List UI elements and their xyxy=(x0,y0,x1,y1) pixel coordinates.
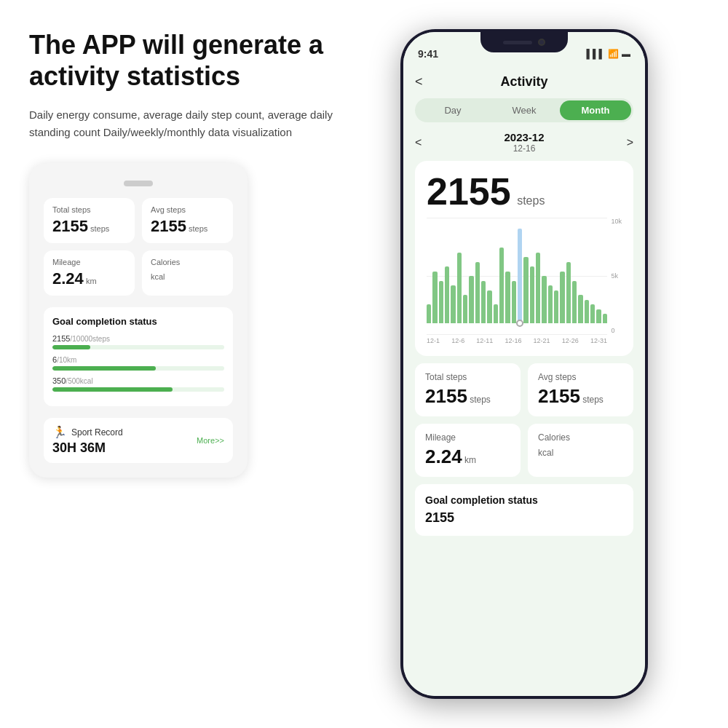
app-title: Activity xyxy=(500,74,547,90)
chart-bar-5 xyxy=(457,253,462,324)
chart-bar-0 xyxy=(427,304,431,323)
chart-bar-12 xyxy=(499,248,504,323)
chart-bar-3 xyxy=(445,266,449,323)
chart-area: 10k 5k 0 xyxy=(427,218,622,334)
chart-bar-22 xyxy=(560,272,564,324)
chart-big-unit: steps xyxy=(517,194,545,207)
tab-month[interactable]: Month xyxy=(560,100,631,120)
sport-icon-small: 🏃 xyxy=(52,425,67,439)
chart-bar-26 xyxy=(585,300,589,324)
status-bar: 9:41 ▌▌▌ 📶 ▬ xyxy=(403,32,645,68)
date-main: 2023-12 xyxy=(504,131,544,143)
stat-card-avg-steps: Avg steps 2155 steps xyxy=(528,363,633,416)
chart-bar-17 xyxy=(530,266,534,323)
total-steps-label-small: Total steps xyxy=(52,205,126,214)
notch xyxy=(480,32,568,52)
stat-card-total-steps-small: Total steps 2155 steps xyxy=(44,198,135,243)
battery-icon: ▬ xyxy=(622,49,630,59)
date-prev-button[interactable]: < xyxy=(415,136,422,149)
sport-record-small: 🏃 Sport Record 30H 36M More>> xyxy=(44,418,233,463)
chart-bar-4 xyxy=(451,285,455,323)
stats-grid-small: Total steps 2155 steps Avg steps 2155 st… xyxy=(44,198,233,296)
status-time: 9:41 xyxy=(418,48,438,60)
avg-steps-label-small: Avg steps xyxy=(151,205,224,214)
chart-grid-bottom xyxy=(427,334,607,335)
mileage-value: 2.24 xyxy=(425,446,462,467)
chart-bar-25 xyxy=(578,295,582,323)
chart-bar-1 xyxy=(432,272,437,324)
mileage-value-small: 2.24 xyxy=(52,269,84,288)
total-steps-label: Total steps xyxy=(425,372,510,382)
wifi-icon: 📶 xyxy=(608,49,619,59)
chart-bar-7 xyxy=(469,276,473,323)
chart-bar-29 xyxy=(603,314,607,323)
avg-steps-label: Avg steps xyxy=(538,372,623,382)
tab-day[interactable]: Day xyxy=(417,100,488,120)
total-steps-value-small: 2155 xyxy=(52,217,88,235)
headline: The APP will generate a activity statist… xyxy=(29,29,335,92)
stat-card-avg-steps-small: Avg steps 2155 steps xyxy=(142,198,233,243)
chart-bar-15 xyxy=(518,229,522,323)
chart-bar-24 xyxy=(572,281,577,324)
chart-x-labels: 12-1 12-6 12-11 12-16 12-21 12-26 12-31 xyxy=(427,337,622,344)
chart-bar-13 xyxy=(505,272,510,324)
stat-card-mileage-small: Mileage 2.24 km xyxy=(44,250,135,296)
mileage-label-small: Mileage xyxy=(52,258,126,266)
chart-bar-6 xyxy=(463,295,467,323)
chart-bar-20 xyxy=(548,285,553,323)
right-panel: 9:41 ▌▌▌ 📶 ▬ < Act xyxy=(349,29,699,699)
goal-section: Goal completion status 2155 xyxy=(415,484,633,536)
chart-card: 2155 steps 10k 5k 0 xyxy=(415,161,633,356)
chart-bar-11 xyxy=(494,304,498,323)
chart-bar-23 xyxy=(566,262,571,324)
period-tabs: Day Week Month xyxy=(415,98,633,122)
avg-steps-value: 2155 xyxy=(538,385,580,407)
sport-label-small: Sport Record xyxy=(71,427,123,438)
avg-steps-value-small: 2155 xyxy=(151,217,186,235)
stat-card-total-steps: Total steps 2155 steps xyxy=(415,363,521,416)
big-phone-inner: 9:41 ▌▌▌ 📶 ▬ < Act xyxy=(403,32,645,696)
chart-grid-top xyxy=(427,218,607,218)
big-phone-mockup: 9:41 ▌▌▌ 📶 ▬ < Act xyxy=(400,29,648,699)
goal-km-small: 6/10km xyxy=(52,355,224,371)
mileage-label: Mileage xyxy=(425,432,510,443)
chart-big-number-area: 2155 steps xyxy=(427,173,622,210)
notch-camera xyxy=(538,39,545,46)
total-steps-value: 2155 xyxy=(425,385,467,407)
date-nav: < 2023-12 12-16 > xyxy=(415,131,633,154)
date-next-button[interactable]: > xyxy=(627,136,633,149)
chart-big-number: 2155 xyxy=(427,170,511,213)
small-phone-notch xyxy=(124,181,153,186)
goal-steps-small: 2155/10000steps xyxy=(52,334,224,349)
chart-bar-8 xyxy=(475,262,480,324)
chart-bar-16 xyxy=(523,257,528,323)
chart-bar-28 xyxy=(596,309,601,324)
chart-bar-14 xyxy=(512,281,516,324)
goal-kcal-small: 350/500kcal xyxy=(52,376,224,392)
stat-card-calories-small: Calories kcal xyxy=(142,250,233,296)
chart-bar-19 xyxy=(542,276,546,323)
status-icons: ▌▌▌ 📶 ▬ xyxy=(586,49,630,59)
date-center: 2023-12 12-16 xyxy=(504,131,544,154)
back-button[interactable]: < xyxy=(415,74,423,90)
chart-y-labels: 10k 5k 0 xyxy=(611,218,622,334)
app-header: < Activity xyxy=(415,68,633,98)
left-panel: The APP will generate a activity statist… xyxy=(29,29,335,699)
calories-label: Calories xyxy=(538,432,623,443)
subtitle: Daily energy consume, average daily step… xyxy=(29,106,335,141)
small-phone-mockup: Total steps 2155 steps Avg steps 2155 st… xyxy=(29,163,248,478)
chart-bar-27 xyxy=(590,304,595,323)
notch-speaker xyxy=(503,41,532,44)
chart-bar-2 xyxy=(439,281,443,324)
date-sub: 12-16 xyxy=(504,143,544,154)
goal-partial-value: 2155 xyxy=(425,510,623,526)
stat-card-calories: Calories kcal xyxy=(528,424,633,477)
goal-title-small: Goal completion status xyxy=(52,316,224,327)
sport-more-small[interactable]: More>> xyxy=(197,436,224,445)
calories-label-small: Calories xyxy=(151,258,224,266)
tab-week[interactable]: Week xyxy=(488,100,560,120)
stats-grid: Total steps 2155 steps Avg steps 2155 st… xyxy=(415,363,633,477)
sport-time-small: 30H 36M xyxy=(52,440,123,456)
chart-bar-10 xyxy=(487,290,491,324)
stat-card-mileage: Mileage 2.24 km xyxy=(415,424,521,477)
